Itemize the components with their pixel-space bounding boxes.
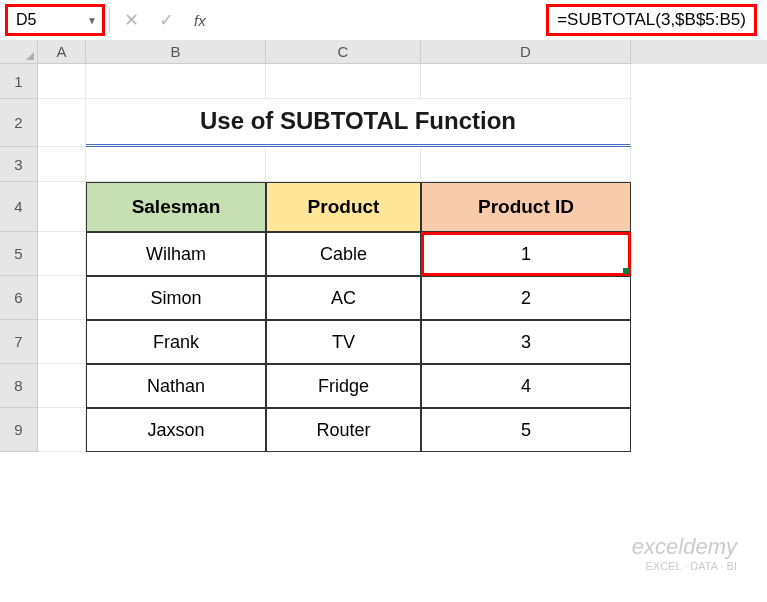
- row-header-9[interactable]: 9: [0, 408, 38, 452]
- data-cell[interactable]: Cable: [266, 232, 421, 276]
- cell[interactable]: [421, 147, 631, 182]
- row-5: 5 Wilham Cable 1: [0, 232, 767, 276]
- cell[interactable]: [38, 408, 86, 452]
- cell[interactable]: [38, 364, 86, 408]
- selected-cell[interactable]: 1: [421, 232, 631, 276]
- data-cell[interactable]: 2: [421, 276, 631, 320]
- data-cell[interactable]: Wilham: [86, 232, 266, 276]
- cell-reference: D5: [16, 11, 36, 29]
- formula-text: =SUBTOTAL(3,$B$5:B5): [557, 10, 746, 30]
- column-headers: A B C D: [0, 40, 767, 64]
- cell[interactable]: [86, 64, 266, 99]
- data-cell[interactable]: Nathan: [86, 364, 266, 408]
- cell[interactable]: [266, 64, 421, 99]
- data-cell[interactable]: Jaxson: [86, 408, 266, 452]
- data-cell[interactable]: 5: [421, 408, 631, 452]
- data-cell[interactable]: TV: [266, 320, 421, 364]
- fx-icon[interactable]: fx: [194, 12, 206, 29]
- spreadsheet-grid: A B C D 1 2 Use of SUBTOTAL Function 3 4…: [0, 40, 767, 452]
- cell[interactable]: [86, 147, 266, 182]
- cell[interactable]: [38, 182, 86, 232]
- cell[interactable]: [38, 64, 86, 99]
- col-header-d[interactable]: D: [421, 40, 631, 64]
- name-box[interactable]: D5 ▼: [5, 4, 105, 36]
- row-header-1[interactable]: 1: [0, 64, 38, 99]
- row-3: 3: [0, 147, 767, 182]
- select-all-corner[interactable]: [0, 40, 38, 64]
- cell[interactable]: [38, 99, 86, 147]
- row-1: 1: [0, 64, 767, 99]
- header-product-id[interactable]: Product ID: [421, 182, 631, 232]
- enter-icon[interactable]: ✓: [149, 3, 184, 38]
- data-cell[interactable]: Frank: [86, 320, 266, 364]
- row-header-4[interactable]: 4: [0, 182, 38, 232]
- row-header-6[interactable]: 6: [0, 276, 38, 320]
- row-2: 2 Use of SUBTOTAL Function: [0, 99, 767, 147]
- cell[interactable]: [38, 276, 86, 320]
- row-4: 4 Salesman Product Product ID: [0, 182, 767, 232]
- row-8: 8 Nathan Fridge 4: [0, 364, 767, 408]
- cell[interactable]: [421, 64, 631, 99]
- row-header-5[interactable]: 5: [0, 232, 38, 276]
- col-header-c[interactable]: C: [266, 40, 421, 64]
- row-header-7[interactable]: 7: [0, 320, 38, 364]
- title-cell[interactable]: Use of SUBTOTAL Function: [86, 99, 631, 147]
- separator: [109, 8, 110, 32]
- header-product[interactable]: Product: [266, 182, 421, 232]
- watermark-brand: exceldemy: [632, 534, 737, 560]
- formula-bar: D5 ▼ ✕ ✓ fx =SUBTOTAL(3,$B$5:B5): [0, 0, 767, 40]
- data-cell[interactable]: AC: [266, 276, 421, 320]
- header-salesman[interactable]: Salesman: [86, 182, 266, 232]
- cell[interactable]: [38, 147, 86, 182]
- row-9: 9 Jaxson Router 5: [0, 408, 767, 452]
- cell[interactable]: [38, 232, 86, 276]
- row-header-3[interactable]: 3: [0, 147, 38, 182]
- chevron-down-icon[interactable]: ▼: [87, 15, 97, 26]
- row-header-2[interactable]: 2: [0, 99, 38, 147]
- watermark: exceldemy EXCEL · DATA · BI: [632, 534, 737, 572]
- row-6: 6 Simon AC 2: [0, 276, 767, 320]
- data-cell[interactable]: Router: [266, 408, 421, 452]
- data-cell[interactable]: Fridge: [266, 364, 421, 408]
- col-header-a[interactable]: A: [38, 40, 86, 64]
- cancel-icon[interactable]: ✕: [114, 3, 149, 38]
- data-cell[interactable]: 4: [421, 364, 631, 408]
- cell[interactable]: [38, 320, 86, 364]
- cell[interactable]: [266, 147, 421, 182]
- row-7: 7 Frank TV 3: [0, 320, 767, 364]
- data-cell[interactable]: Simon: [86, 276, 266, 320]
- watermark-tag: EXCEL · DATA · BI: [632, 560, 737, 572]
- data-cell[interactable]: 3: [421, 320, 631, 364]
- col-header-b[interactable]: B: [86, 40, 266, 64]
- formula-input[interactable]: =SUBTOTAL(3,$B$5:B5): [546, 4, 757, 36]
- row-header-8[interactable]: 8: [0, 364, 38, 408]
